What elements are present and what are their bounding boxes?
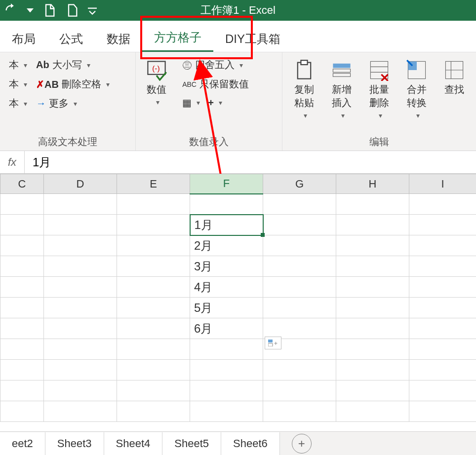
row-6: 5月 [0, 298, 476, 318]
cell-f7[interactable]: 6月 [190, 318, 263, 339]
row-5: 4月 [0, 277, 476, 298]
window-title: 工作簿1 - Excel [200, 3, 276, 18]
qat-more-icon[interactable] [88, 3, 97, 17]
formula-input[interactable] [25, 151, 476, 173]
group-text: 本▾ 本▾ 本▾ Ab大小写▾ ✗AB刪除空格▾ →更多▾ 高级文本处理 [0, 52, 136, 151]
col-e[interactable]: E [117, 174, 190, 194]
ribbon: 本▾ 本▾ 本▾ Ab大小写▾ ✗AB刪除空格▾ →更多▾ 高级文本处理 (-)… [0, 52, 476, 151]
row-7: 6月 [0, 318, 476, 339]
row-10 [0, 380, 476, 401]
sheet-edit-icon: ▦ [182, 97, 192, 109]
svg-text:+: + [274, 340, 278, 346]
tab-ffgz[interactable]: 方方格子 [142, 24, 213, 52]
col-h[interactable]: H [336, 174, 409, 194]
tab-data[interactable]: 数据 [95, 25, 142, 52]
tab-diy[interactable]: DIY工具箱 [213, 25, 292, 52]
svg-rect-5 [333, 69, 350, 73]
group-text-label: 高级文本处理 [7, 133, 128, 149]
group-edit: 复制粘贴▾ 新增插入▾ 批量删除▾ 合并转换▾ 查找 编辑 [282, 52, 476, 151]
col-d[interactable]: D [44, 174, 117, 194]
find-button[interactable]: 查找 [439, 57, 469, 98]
merge-icon [406, 59, 428, 81]
col-g[interactable]: G [263, 174, 336, 194]
title-bar: 工作簿1 - Excel [0, 0, 476, 21]
paste-options-icon[interactable]: + [265, 337, 281, 349]
num-misc-buttons[interactable]: ▦▾ +▾ [180, 96, 251, 110]
shuzhi-button[interactable]: (-) 数值▾ [143, 57, 170, 108]
row-1 [0, 194, 476, 215]
case-button[interactable]: Ab大小写▾ [34, 57, 112, 73]
svg-rect-4 [333, 64, 350, 68]
row-2: 1月 [0, 215, 476, 235]
sheet-tabs: eet2 Sheet3 Sheet4 Sheet5 Sheet6 + [0, 431, 476, 455]
cell-f3[interactable]: 2月 [190, 235, 263, 256]
delspace-button[interactable]: ✗AB刪除空格▾ [34, 76, 112, 92]
round-button[interactable]: ㊂四舍五入▾ [180, 57, 251, 73]
grid-container: C D E F G H I 1月 2月 3月 4月 5月 6月 + [0, 174, 476, 422]
save-file-icon[interactable] [42, 3, 56, 17]
ribbon-tabs: 布局 公式 数据 方方格子 DIY工具箱 [0, 21, 476, 52]
row-8 [0, 339, 476, 360]
plus-icon: + [298, 437, 305, 451]
col-i[interactable]: I [409, 174, 476, 194]
row-4: 3月 [0, 256, 476, 277]
spreadsheet-grid[interactable]: C D E F G H I 1月 2月 3月 4月 5月 6月 [0, 174, 476, 422]
col-f[interactable]: F [190, 174, 263, 194]
new-insert-button[interactable]: 新增插入▾ [327, 57, 357, 121]
svg-rect-6 [333, 74, 350, 77]
fill-handle[interactable] [261, 233, 265, 237]
group-num: (-) 数值▾ ㊂四舍五入▾ ABC只保留数值 ▦▾ +▾ 数值录入 [136, 52, 282, 151]
tab-formula[interactable]: 公式 [47, 25, 95, 52]
ben3-button[interactable]: 本▾ [7, 96, 29, 111]
delete-grid-icon [368, 59, 390, 81]
row-11 [0, 401, 476, 422]
tab-layout[interactable]: 布局 [0, 25, 47, 52]
keepnum-button[interactable]: ABC只保留数值 [180, 76, 251, 92]
column-headers: C D E F G H I [0, 174, 476, 194]
svg-rect-16 [268, 340, 273, 342]
case-icon: Ab [36, 59, 49, 71]
col-c[interactable]: C [0, 174, 44, 194]
undo-dropdown-icon[interactable] [4, 3, 18, 17]
batch-delete-button[interactable]: 批量删除▾ [364, 57, 394, 121]
row-9 [0, 360, 476, 380]
sheet-tab-4[interactable]: Sheet6 [221, 432, 280, 455]
svg-rect-3 [301, 60, 307, 65]
insert-row-icon [331, 59, 353, 81]
fx-label[interactable]: fx [0, 151, 25, 173]
new-file-icon[interactable] [65, 3, 79, 17]
arrow-right-icon: → [36, 98, 46, 109]
formula-bar: fx [0, 151, 476, 174]
ben2-button[interactable]: 本▾ [7, 76, 29, 92]
row-3: 2月 [0, 235, 476, 256]
sheet-tab-2[interactable]: Sheet4 [104, 432, 163, 455]
svg-text:(-): (-) [152, 64, 159, 73]
new-sheet-button[interactable]: + [292, 434, 312, 454]
sheet-tab-1[interactable]: Sheet3 [45, 432, 104, 455]
cell-f4[interactable]: 3月 [190, 256, 263, 277]
copy-paste-button[interactable]: 复制粘贴▾ [289, 57, 319, 121]
cell-f6[interactable]: 5月 [190, 298, 263, 318]
cell-f2[interactable]: 1月 [190, 215, 263, 235]
svg-rect-17 [268, 343, 273, 346]
group-edit-label: 编辑 [289, 133, 469, 149]
find-grid-icon [443, 59, 465, 81]
clipboard-icon [293, 59, 315, 81]
cell-f5[interactable]: 4月 [190, 277, 263, 298]
formula-check-icon: (-) [146, 59, 167, 81]
caret-down-icon[interactable] [27, 3, 34, 17]
group-num-label: 数值录入 [143, 133, 275, 149]
strike-icon: ✗AB [36, 78, 59, 90]
abc-icon: ABC [182, 80, 197, 88]
sheet-tab-3[interactable]: Sheet5 [162, 432, 221, 455]
ben1-button[interactable]: 本▾ [7, 57, 29, 73]
merge-convert-button[interactable]: 合并转换▾ [402, 57, 432, 121]
quick-access-toolbar [0, 3, 97, 17]
more-button[interactable]: →更多▾ [34, 96, 112, 111]
round-icon: ㊂ [182, 58, 192, 72]
sheet-tab-0[interactable]: eet2 [0, 432, 45, 455]
